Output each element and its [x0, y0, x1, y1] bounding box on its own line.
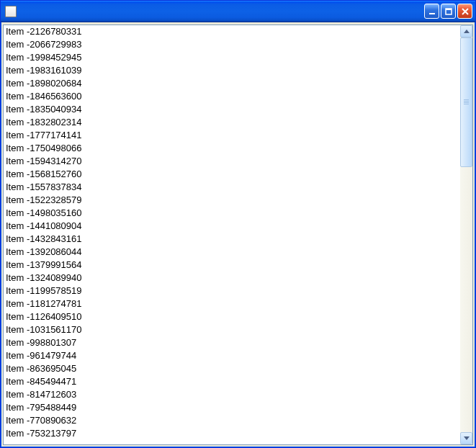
list-item[interactable]: Item -1392086044	[5, 246, 459, 259]
list-item[interactable]: Item -1898020684	[5, 77, 459, 90]
list-item[interactable]: Item -845494471	[5, 375, 459, 388]
list-item[interactable]: Item -1557837834	[5, 181, 459, 194]
client-area: Item -2126780331Item -2066729983Item -19…	[3, 24, 473, 445]
list-item[interactable]: Item -863695045	[5, 362, 459, 375]
list-item[interactable]: Item -1379991564	[5, 259, 459, 272]
svg-rect-2	[446, 9, 452, 10]
list-item[interactable]: Item -1846563600	[5, 90, 459, 103]
list-item[interactable]: Item -1441080904	[5, 220, 459, 233]
list-item[interactable]: Item -1324089940	[5, 272, 459, 285]
app-icon	[5, 6, 17, 17]
scroll-down-button[interactable]	[460, 432, 472, 444]
scrollbar-thumb[interactable]	[460, 37, 472, 167]
list-item[interactable]: Item -1594314270	[5, 155, 459, 168]
svg-rect-0	[429, 13, 435, 14]
application-window: Item -2126780331Item -2066729983Item -19…	[0, 0, 476, 448]
list-item[interactable]: Item -1498035160	[5, 207, 459, 220]
maximize-icon	[445, 8, 452, 15]
list-item[interactable]: Item -1181274781	[5, 297, 459, 310]
list-item[interactable]: Item -814712603	[5, 388, 459, 401]
list-item[interactable]: Item -1983161039	[5, 64, 459, 77]
list-item[interactable]: Item -795488449	[5, 401, 459, 414]
list-item[interactable]: Item -1777174141	[5, 129, 459, 142]
window-controls	[424, 4, 472, 19]
titlebar[interactable]	[1, 1, 475, 22]
list-item[interactable]: Item -1031561170	[5, 323, 459, 336]
chevron-up-icon	[464, 30, 470, 33]
list-item[interactable]: Item -1522328579	[5, 194, 459, 207]
list-item[interactable]: Item -1199578519	[5, 285, 459, 297]
close-button[interactable]	[457, 4, 472, 19]
minimize-icon	[428, 8, 436, 15]
list-item[interactable]: Item -1568152760	[5, 168, 459, 181]
list-item[interactable]: Item -770890632	[5, 414, 459, 427]
list-item[interactable]: Item -1832802314	[5, 116, 459, 129]
list-item[interactable]: Item -1432843161	[5, 233, 459, 246]
item-list[interactable]: Item -2126780331Item -2066729983Item -19…	[4, 25, 460, 444]
list-item[interactable]: Item -753213797	[5, 427, 459, 440]
scrollbar-track[interactable]	[460, 37, 472, 432]
list-item[interactable]: Item -998801307	[5, 336, 459, 349]
list-item[interactable]: Item -1835040934	[5, 103, 459, 116]
chevron-down-icon	[464, 436, 470, 440]
list-item[interactable]: Item -1126409510	[5, 310, 459, 323]
list-item[interactable]: Item -961479744	[5, 349, 459, 362]
scroll-up-button[interactable]	[460, 25, 472, 37]
list-item[interactable]: Item -2066729983	[5, 38, 459, 51]
list-item[interactable]: Item -1998452945	[5, 51, 459, 64]
list-item[interactable]: Item -1750498066	[5, 142, 459, 155]
maximize-button[interactable]	[441, 4, 456, 19]
minimize-button[interactable]	[424, 4, 439, 19]
close-icon	[462, 8, 469, 15]
list-item[interactable]: Item -2126780331	[5, 25, 459, 38]
vertical-scrollbar[interactable]	[460, 25, 472, 444]
window-title	[21, 6, 424, 17]
